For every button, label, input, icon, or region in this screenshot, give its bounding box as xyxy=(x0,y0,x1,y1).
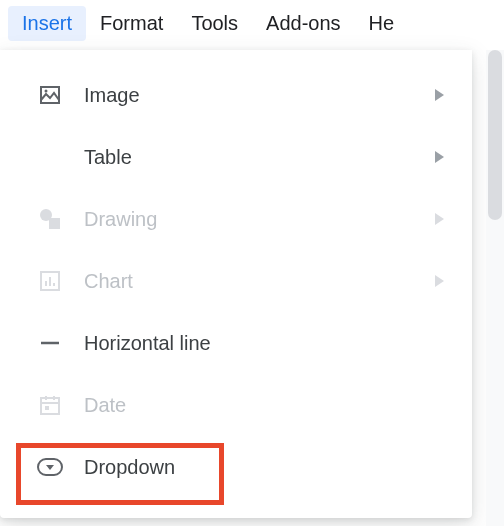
calendar-icon xyxy=(36,391,64,419)
chevron-right-icon xyxy=(435,89,444,101)
insert-menu-dropdown: Image Table Drawing Chart xyxy=(0,50,472,518)
menu-item-label: Drawing xyxy=(84,208,435,231)
chevron-right-icon xyxy=(435,275,444,287)
image-icon xyxy=(36,81,64,109)
horizontal-line-icon xyxy=(36,329,64,357)
menu-item-label: Horizontal line xyxy=(84,332,448,355)
chevron-right-icon xyxy=(435,213,444,225)
svg-rect-3 xyxy=(49,218,60,229)
menu-item-label: Chart xyxy=(84,270,435,293)
drawing-icon xyxy=(36,205,64,233)
menubar-item-format[interactable]: Format xyxy=(86,6,177,41)
svg-marker-15 xyxy=(46,465,54,470)
dropdown-chip-icon xyxy=(36,453,64,481)
scrollbar[interactable] xyxy=(486,50,504,526)
menu-item-label: Table xyxy=(84,146,435,169)
chart-icon xyxy=(36,267,64,295)
svg-rect-9 xyxy=(41,398,59,414)
menubar-item-addons[interactable]: Add-ons xyxy=(252,6,355,41)
menu-item-label: Image xyxy=(84,84,435,107)
scrollbar-thumb[interactable] xyxy=(488,50,502,220)
svg-point-1 xyxy=(45,90,48,93)
svg-rect-13 xyxy=(45,406,49,410)
menubar-item-help[interactable]: He xyxy=(355,6,409,41)
table-icon xyxy=(36,143,64,171)
menu-item-label: Date xyxy=(84,394,448,417)
menu-item-dropdown[interactable]: Dropdown xyxy=(0,436,472,498)
menu-item-chart: Chart xyxy=(0,250,472,312)
menu-item-table[interactable]: Table xyxy=(0,126,472,188)
menubar: Insert Format Tools Add-ons He xyxy=(0,0,504,46)
menu-item-label: Dropdown xyxy=(84,456,448,479)
chevron-right-icon xyxy=(435,151,444,163)
menu-item-date: Date xyxy=(0,374,472,436)
menu-item-drawing: Drawing xyxy=(0,188,472,250)
menu-item-image[interactable]: Image xyxy=(0,64,472,126)
menubar-item-insert[interactable]: Insert xyxy=(8,6,86,41)
menubar-item-tools[interactable]: Tools xyxy=(177,6,252,41)
menu-item-horizontal-line[interactable]: Horizontal line xyxy=(0,312,472,374)
